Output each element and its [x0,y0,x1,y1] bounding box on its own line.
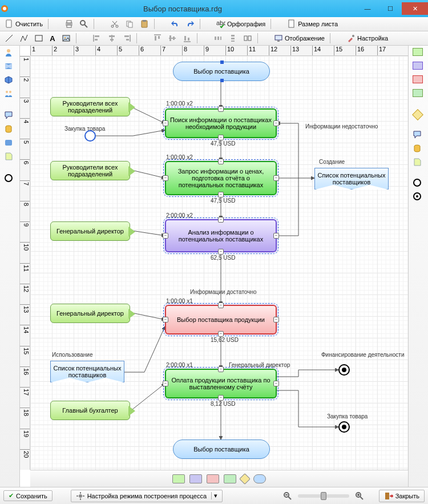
align-bottom-button[interactable] [180,33,194,44]
port[interactable]: − [163,175,168,181]
port[interactable]: − [218,366,224,372]
port[interactable]: − [273,233,279,239]
palette-cylinder-icon[interactable] [4,124,15,135]
mode-button[interactable]: Настройка режима построения процесса▾ [71,490,223,502]
role-node[interactable]: Главный бухгалтер [50,401,130,420]
port[interactable]: − [218,135,224,140]
legend-terminator[interactable] [253,474,266,483]
port[interactable]: − [273,381,279,386]
zoom-out-button[interactable] [281,490,294,502]
palette-group-icon[interactable] [4,89,15,99]
document-node[interactable]: Список потенциальных поставщиков [314,168,389,189]
palette-circle-icon[interactable] [4,174,15,184]
palette-circle-icon[interactable] [413,178,424,188]
document-node[interactable]: Список потенциальных поставщиков [50,361,124,382]
palette-shape-blue-icon[interactable] [4,138,15,148]
align-middle-button[interactable] [165,33,179,44]
port[interactable]: − [163,233,168,239]
print-button[interactable] [62,18,76,30]
port[interactable]: − [273,317,279,322]
close-button[interactable]: ✕ [402,2,428,15]
polyline-tool[interactable] [17,33,31,44]
port[interactable]: − [273,120,279,126]
process-node[interactable]: Поиск информации о поставщиках необходим… [165,108,277,138]
align-left-button[interactable] [90,33,104,44]
legend-swatch[interactable] [172,474,185,483]
image-tool[interactable] [59,33,73,44]
pagesize-button[interactable]: Размер листа [285,18,340,30]
minimize-button[interactable]: — [356,2,379,15]
cut-button[interactable] [108,18,122,30]
preview-button[interactable] [77,18,91,30]
port[interactable]: − [273,175,279,181]
role-node[interactable]: Руководители всех подразделений [50,161,130,180]
align-right-button[interactable] [120,33,134,44]
palette-note2-icon[interactable] [413,158,424,168]
role-node[interactable]: Генеральный директор [50,221,130,241]
palette-callout-icon[interactable] [413,130,424,140]
copy-button[interactable] [123,18,136,30]
canvas[interactable]: Выбор поставщика Руководители всех подра… [30,56,408,470]
new-button[interactable]: Очистить [2,18,45,30]
port[interactable]: − [163,381,168,386]
distribute-h-button[interactable] [211,33,225,44]
goal-node[interactable] [338,364,350,376]
display-button[interactable]: Отображение [272,33,327,44]
undo-button[interactable] [168,18,182,30]
goal-node[interactable] [338,421,350,433]
palette-green-rect[interactable] [413,48,424,58]
palette-purple-rect[interactable] [413,62,424,72]
port[interactable]: − [218,249,224,255]
end-node[interactable]: Выбор поставщика [173,440,270,459]
separator [154,19,165,29]
save-button[interactable]: ✔Сохранить [3,490,53,501]
port[interactable]: − [163,317,168,322]
line-tool[interactable] [2,33,16,44]
port[interactable]: − [218,106,224,112]
settings-button[interactable]: Настройка [344,33,390,44]
process-node[interactable]: Запрос информации о ценах, подготовка от… [165,161,277,195]
palette-note-icon[interactable] [4,152,15,162]
palette-user-icon[interactable] [4,48,15,58]
port[interactable]: − [163,120,168,126]
palette-lightgreen-rect[interactable] [413,89,424,99]
start-node[interactable]: Выбор поставщика [173,62,270,81]
distribute-v-button[interactable] [226,33,240,44]
close-doc-button[interactable]: Закрыть [379,490,425,502]
port[interactable]: − [218,217,224,223]
port[interactable]: − [218,192,224,197]
port[interactable]: − [218,331,224,337]
process-node[interactable]: Оплата продукции поставщика по выставлен… [165,369,277,398]
process-node[interactable]: Анализ информации о потенциальных постав… [165,219,277,252]
palette-book-icon[interactable] [4,62,15,72]
zoom-in-button[interactable] [353,490,366,502]
port[interactable]: − [218,303,224,308]
role-node[interactable]: Руководители всех подразделений [50,97,130,116]
palette-cube-icon[interactable] [4,75,15,86]
port[interactable]: − [218,159,224,164]
palette-diamond-icon[interactable] [413,110,424,120]
zoom-slider[interactable] [298,494,349,498]
palette-target-icon[interactable] [413,192,424,202]
same-size-button[interactable] [241,33,255,44]
rect-tool[interactable] [32,33,46,44]
start-event-circle[interactable] [84,130,96,142]
palette-cylinder-icon[interactable] [413,144,424,154]
port[interactable]: − [218,395,224,401]
palette-red-rect[interactable] [413,75,424,86]
align-top-button[interactable] [151,33,164,44]
paste-button[interactable] [138,18,151,30]
text-tool[interactable]: A [47,33,58,44]
palette-callout-icon[interactable] [4,111,15,121]
maximize-button[interactable]: ☐ [379,2,402,15]
align-center-button[interactable] [105,33,119,44]
legend-swatch[interactable] [189,474,202,483]
process-node[interactable]: Выбор поставщика продукции −−−− [165,305,277,334]
redo-button[interactable] [183,18,197,30]
role-node[interactable]: Генеральный директор [50,304,130,323]
legend-diamond[interactable] [239,473,251,485]
slider-thumb[interactable] [321,492,326,500]
legend-swatch[interactable] [207,474,219,483]
legend-swatch[interactable] [224,474,236,483]
spellcheck-button[interactable]: abcОрфография [214,18,268,30]
